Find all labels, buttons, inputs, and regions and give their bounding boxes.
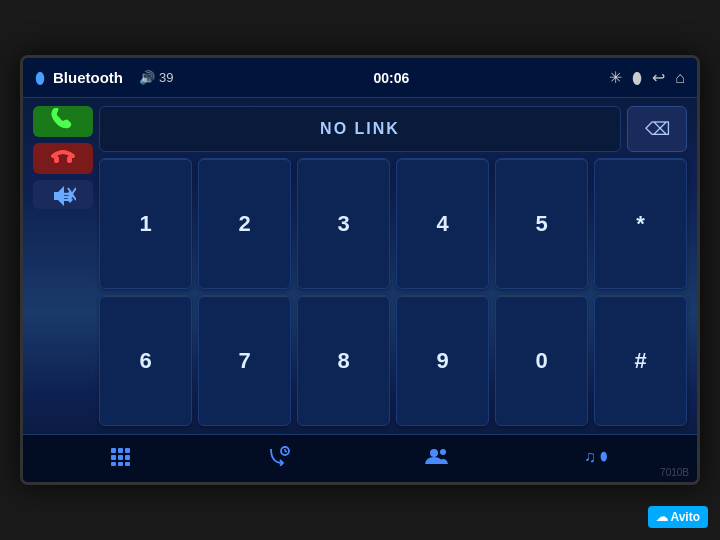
svg-point-18	[440, 449, 446, 455]
mute-icon: ⇶	[50, 180, 76, 209]
header-bar: ⬮ Bluetooth 🔊 39 00:06 ✳ ⬮ ↩ ⌂	[23, 58, 697, 98]
key-4[interactable]: 4	[396, 158, 489, 289]
svg-rect-11	[111, 462, 116, 466]
svg-rect-0	[54, 156, 59, 163]
header-icons: ✳ ⬮ ↩ ⌂	[609, 68, 685, 87]
recent-calls-button[interactable]	[252, 442, 306, 476]
keypad: 1 2 3 4 5 * 6 7 8 9 0	[99, 158, 687, 426]
svg-rect-6	[118, 448, 123, 453]
key-7[interactable]: 7	[198, 295, 291, 426]
svg-text:♫: ♫	[584, 448, 596, 465]
dialpad-nav-button[interactable]	[95, 442, 149, 476]
key-5[interactable]: 5	[495, 158, 588, 289]
key-1[interactable]: 1	[99, 158, 192, 289]
key-3[interactable]: 3	[297, 158, 390, 289]
svg-rect-1	[67, 156, 72, 163]
main-content: ⇶ NO LINK ⌫	[23, 98, 697, 434]
music-icon: ♫ ⬮	[584, 446, 610, 471]
display-text: NO LINK	[320, 120, 400, 138]
svg-text:⬮: ⬮	[600, 449, 608, 463]
model-number: 7010B	[660, 467, 689, 478]
keypad-row-2: 6 7 8 9 0 #	[99, 295, 687, 426]
bottom-nav: ♫ ⬮	[23, 434, 697, 482]
svg-rect-13	[125, 462, 130, 466]
hangup-icon	[50, 143, 76, 174]
avito-label: ☁	[656, 510, 671, 524]
backspace-icon: ⌫	[645, 118, 670, 140]
backspace-button[interactable]: ⌫	[627, 106, 687, 152]
volume-display: 🔊 39	[139, 70, 173, 85]
hangup-button[interactable]	[33, 143, 93, 174]
back-icon[interactable]: ↩	[652, 68, 665, 87]
svg-rect-7	[125, 448, 130, 453]
contacts-button[interactable]	[409, 442, 465, 476]
brightness-icon[interactable]: ✳	[609, 68, 622, 87]
number-display: NO LINK	[99, 106, 621, 152]
bluetooth-icon2[interactable]: ⬮	[632, 69, 642, 87]
key-star[interactable]: *	[594, 158, 687, 289]
key-hash[interactable]: #	[594, 295, 687, 426]
keypad-row-1: 1 2 3 4 5 *	[99, 158, 687, 289]
side-action-buttons: ⇶	[33, 106, 93, 426]
dialpad-icon	[111, 446, 133, 471]
recent-calls-icon	[268, 446, 290, 471]
key-6[interactable]: 6	[99, 295, 192, 426]
screen: ⬮ Bluetooth 🔊 39 00:06 ✳ ⬮ ↩ ⌂	[23, 58, 697, 482]
svg-text:⇶: ⇶	[64, 191, 72, 202]
avito-badge: ☁ Avito	[648, 506, 708, 528]
key-2[interactable]: 2	[198, 158, 291, 289]
bluetooth-icon-header: ⬮	[35, 69, 45, 87]
volume-level: 39	[159, 70, 173, 85]
key-9[interactable]: 9	[396, 295, 489, 426]
svg-rect-8	[111, 455, 116, 460]
time-display: 00:06	[181, 70, 601, 86]
avito-text: Avito	[670, 510, 700, 524]
key-0[interactable]: 0	[495, 295, 588, 426]
device-frame: ⬮ Bluetooth 🔊 39 00:06 ✳ ⬮ ↩ ⌂	[20, 55, 700, 485]
header-title: Bluetooth	[53, 69, 123, 86]
call-icon	[50, 106, 76, 137]
volume-icon: 🔊	[139, 70, 155, 85]
svg-point-17	[430, 449, 438, 457]
mute-button[interactable]: ⇶	[33, 180, 93, 209]
svg-rect-9	[118, 455, 123, 460]
key-8[interactable]: 8	[297, 295, 390, 426]
svg-rect-5	[111, 448, 116, 453]
svg-rect-12	[118, 462, 123, 466]
contacts-icon	[425, 446, 449, 471]
music-button[interactable]: ♫ ⬮	[568, 442, 626, 476]
home-icon[interactable]: ⌂	[675, 69, 685, 87]
call-button[interactable]	[33, 106, 93, 137]
svg-rect-10	[125, 455, 130, 460]
